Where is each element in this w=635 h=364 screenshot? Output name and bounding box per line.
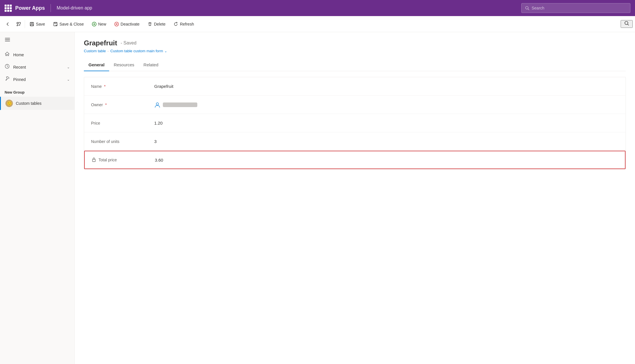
breadcrumb-form-link[interactable]: Custom table custom main form ⌄	[110, 49, 167, 53]
cmd-search-button[interactable]	[621, 20, 633, 28]
home-icon	[5, 51, 10, 58]
field-label-owner: Owner *	[91, 102, 154, 107]
tabs-row: General Resources Related	[84, 59, 626, 71]
save-icon	[30, 22, 34, 26]
breadcrumb: Custom table · Custom table custom main …	[84, 49, 626, 53]
sidebar-item-custom-tables-label: Custom tables	[16, 101, 41, 106]
owner-name-blurred	[163, 102, 197, 107]
field-label-name: Name *	[91, 84, 154, 89]
field-value-price[interactable]: 1.20	[154, 121, 163, 125]
title-divider	[51, 4, 51, 12]
separator-1	[25, 20, 25, 28]
svg-rect-14	[92, 159, 95, 162]
pinned-chevron-icon: ⌄	[67, 78, 70, 82]
lock-icon	[92, 157, 96, 163]
sidebar-item-pinned[interactable]: Pinned ⌄	[0, 73, 74, 86]
record-status: - Saved	[121, 40, 136, 46]
refresh-button[interactable]: Refresh	[169, 18, 198, 30]
svg-rect-4	[31, 22, 33, 24]
svg-point-10	[625, 22, 628, 25]
svg-line-11	[628, 24, 629, 26]
search-bar[interactable]	[521, 3, 630, 13]
record-title: Grapefruit	[84, 39, 117, 47]
breadcrumb-chevron-icon: ⌄	[164, 49, 167, 53]
required-asterisk-name: *	[104, 84, 105, 89]
expand-button[interactable]	[13, 18, 24, 30]
sidebar-item-custom-tables[interactable]: 🙂 Custom tables	[0, 97, 74, 110]
pinned-icon	[5, 76, 10, 83]
breadcrumb-form-label: Custom table custom main form	[110, 49, 163, 53]
recent-chevron-icon: ⌄	[67, 65, 70, 69]
field-row-price: Price 1.20	[84, 114, 626, 132]
search-icon	[525, 6, 529, 10]
field-value-owner	[154, 102, 197, 108]
app-title: Power Apps	[15, 5, 45, 11]
deactivate-button[interactable]: Deactivate	[110, 18, 144, 30]
sidebar-hamburger[interactable]	[0, 32, 74, 49]
required-asterisk-owner: *	[105, 102, 107, 107]
content-area: Grapefruit - Saved Custom table · Custom…	[75, 32, 635, 364]
main-layout: Home Recent ⌄ Pinned ⌄ New Group 🙂 Custo…	[0, 32, 635, 364]
field-label-units: Number of units	[91, 139, 154, 144]
app-launcher-button[interactable]	[5, 5, 12, 12]
tab-resources[interactable]: Resources	[109, 59, 139, 71]
svg-rect-7	[55, 22, 56, 24]
sidebar: Home Recent ⌄ Pinned ⌄ New Group 🙂 Custo…	[0, 32, 75, 364]
delete-button[interactable]: Delete	[144, 18, 169, 30]
field-row-total-price: Total price 3.60	[84, 151, 626, 169]
field-row-owner: Owner *	[84, 96, 626, 114]
deactivate-icon	[114, 22, 119, 26]
new-button[interactable]: New	[88, 18, 110, 30]
svg-rect-2	[17, 22, 18, 24]
sidebar-group-title: New Group	[0, 86, 74, 97]
recent-icon	[5, 64, 10, 70]
svg-rect-5	[31, 24, 33, 26]
save-close-icon	[53, 22, 58, 26]
field-row-name: Name * Grapefruit	[84, 77, 626, 96]
sidebar-item-home[interactable]: Home	[0, 49, 74, 61]
field-label-price: Price	[91, 121, 154, 125]
command-bar: Save Save & Close New Deactivate Delete …	[0, 16, 635, 32]
avatar: 🙂	[5, 100, 13, 107]
svg-line-1	[528, 9, 529, 10]
field-value-total-price: 3.60	[155, 158, 163, 162]
svg-point-13	[156, 103, 159, 105]
tab-related[interactable]: Related	[139, 59, 163, 71]
save-close-button[interactable]: Save & Close	[49, 18, 88, 30]
field-value-units[interactable]: 3	[154, 139, 157, 144]
refresh-icon	[173, 22, 178, 26]
record-header: Grapefruit - Saved	[84, 39, 626, 47]
app-name: Model-driven app	[57, 5, 92, 11]
sidebar-item-home-label: Home	[13, 53, 24, 57]
sidebar-item-recent-label: Recent	[13, 65, 26, 69]
top-bar: Power Apps Model-driven app	[0, 0, 635, 16]
field-label-total-price: Total price	[92, 157, 155, 163]
delete-icon	[148, 22, 152, 26]
breadcrumb-table-link[interactable]: Custom table	[84, 49, 106, 53]
sidebar-item-recent[interactable]: Recent ⌄	[0, 61, 74, 73]
form-container: Name * Grapefruit Owner * Price	[84, 77, 626, 169]
field-value-name[interactable]: Grapefruit	[154, 84, 173, 89]
sidebar-item-pinned-label: Pinned	[13, 77, 26, 82]
breadcrumb-sep-1: ·	[108, 49, 109, 53]
field-row-units: Number of units 3	[84, 132, 626, 151]
person-icon	[154, 102, 161, 108]
save-button[interactable]: Save	[26, 18, 49, 30]
back-button[interactable]	[2, 18, 13, 30]
new-icon	[92, 22, 96, 26]
tab-general[interactable]: General	[84, 59, 109, 71]
search-input[interactable]	[532, 6, 627, 10]
